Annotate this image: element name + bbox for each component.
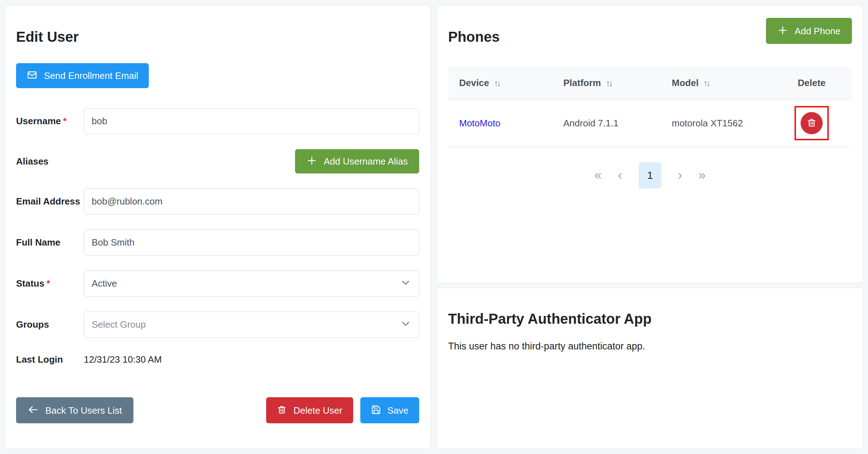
- add-phone-label: Add Phone: [795, 26, 841, 36]
- page-title: Edit User: [16, 28, 419, 45]
- username-label: Username*: [16, 114, 84, 128]
- edit-user-card: Edit User Send Enrollment Email Username…: [5, 5, 431, 449]
- groups-select[interactable]: Select Group: [84, 312, 419, 338]
- username-input[interactable]: [84, 108, 419, 134]
- authenticator-card: Third-Party Authenticator App This user …: [437, 288, 863, 449]
- status-select[interactable]: Active: [84, 271, 419, 297]
- pagination-prev-button[interactable]: ‹: [618, 169, 622, 182]
- full-name-field[interactable]: [84, 229, 419, 256]
- email-field[interactable]: [84, 188, 419, 215]
- last-login-row: Last Login 12/31/23 10:30 AM: [16, 353, 419, 367]
- device-cell: MotoMoto: [448, 100, 552, 147]
- back-to-users-list-button[interactable]: Back To Users List: [16, 397, 133, 423]
- full-name-row: Full Name: [16, 229, 419, 256]
- phones-card: Phones Add Phone Device↑↓: [437, 5, 863, 283]
- phones-table: Device↑↓ Platform↑↓ Model↑↓ Delete: [448, 67, 852, 147]
- sort-icon[interactable]: ↑↓: [704, 78, 709, 88]
- column-header-device[interactable]: Device↑↓: [448, 67, 552, 100]
- device-link[interactable]: MotoMoto: [459, 118, 501, 128]
- sort-icon[interactable]: ↑↓: [494, 78, 500, 88]
- platform-cell: Android 7.1.1: [552, 100, 661, 147]
- groups-row: Groups Select Group: [16, 312, 419, 338]
- back-to-users-list-label: Back To Users List: [45, 406, 122, 415]
- delete-phone-button[interactable]: [801, 112, 823, 134]
- add-username-alias-button[interactable]: Add Username Alias: [295, 149, 419, 173]
- envelope-icon: [27, 70, 37, 82]
- trash-icon: [277, 405, 287, 416]
- groups-select-placeholder: Select Group: [92, 319, 146, 330]
- column-header-delete: Delete: [771, 67, 852, 100]
- authenticator-title: Third-Party Authenticator App: [448, 310, 852, 327]
- save-label: Save: [387, 406, 408, 415]
- last-login-label: Last Login: [16, 353, 84, 367]
- groups-label: Groups: [16, 318, 84, 332]
- trash-icon: [807, 118, 817, 129]
- pagination-current-page[interactable]: 1: [639, 162, 661, 188]
- pagination-first-button[interactable]: «: [594, 169, 601, 182]
- username-row: Username*: [16, 108, 419, 134]
- phones-title: Phones: [448, 28, 499, 45]
- pagination: « ‹ 1 › »: [448, 162, 852, 188]
- plus-icon: [777, 25, 788, 37]
- delete-user-label: Delete User: [293, 406, 342, 415]
- table-row: MotoMoto Android 7.1.1 motorola XT1562: [448, 100, 852, 147]
- last-login-value: 12/31/23 10:30 AM: [84, 354, 162, 365]
- required-marker: *: [46, 278, 50, 289]
- plus-icon: [306, 155, 317, 167]
- full-name-label: Full Name: [16, 236, 84, 249]
- email-row: Email Address: [16, 188, 419, 215]
- phones-table-header-row: Device↑↓ Platform↑↓ Model↑↓ Delete: [448, 67, 852, 100]
- chevron-down-icon: [400, 318, 411, 331]
- right-column: Phones Add Phone Device↑↓: [437, 5, 863, 449]
- send-enrollment-email-label: Send Enrollment Email: [44, 71, 138, 80]
- aliases-row: Aliases Add Username Alias: [16, 149, 419, 173]
- add-username-alias-label: Add Username Alias: [324, 157, 408, 166]
- target-highlight: [795, 106, 829, 140]
- status-select-value: Active: [92, 278, 117, 289]
- add-phone-button[interactable]: Add Phone: [766, 18, 852, 44]
- column-header-model[interactable]: Model↑↓: [661, 67, 771, 100]
- delete-user-button[interactable]: Delete User: [266, 397, 353, 423]
- page: Edit User Send Enrollment Email Username…: [0, 0, 868, 454]
- pagination-last-button[interactable]: »: [699, 169, 706, 182]
- aliases-label: Aliases: [16, 155, 84, 168]
- status-label: Status*: [16, 277, 84, 291]
- sort-icon[interactable]: ↑↓: [606, 78, 611, 88]
- delete-cell: [771, 100, 852, 147]
- pagination-next-button[interactable]: ›: [678, 169, 682, 182]
- arrow-left-icon: [27, 404, 39, 417]
- email-label: Email Address: [16, 195, 84, 208]
- column-header-platform[interactable]: Platform↑↓: [552, 67, 661, 100]
- model-cell: motorola XT1562: [661, 100, 771, 147]
- save-button[interactable]: Save: [360, 397, 419, 423]
- send-enrollment-email-button[interactable]: Send Enrollment Email: [16, 63, 149, 88]
- required-marker: *: [63, 116, 67, 126]
- phones-header: Phones Add Phone: [448, 17, 852, 55]
- status-row: Status* Active: [16, 271, 419, 297]
- form-actions: Back To Users List Delete User Save: [16, 397, 419, 423]
- authenticator-message: This user has no third-party authenticat…: [448, 341, 852, 352]
- save-icon: [371, 405, 381, 416]
- chevron-down-icon: [400, 277, 411, 290]
